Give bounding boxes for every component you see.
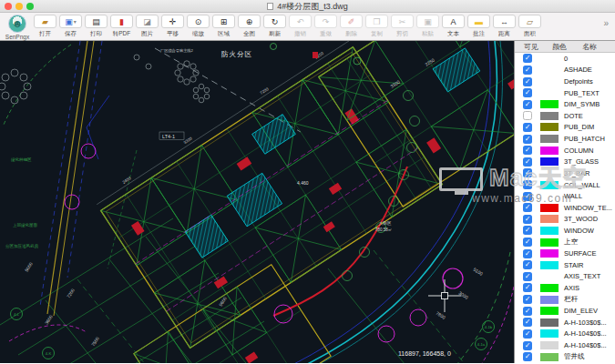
column-visible: 可见 [524, 42, 538, 52]
layer-color-swatch[interactable] [540, 215, 559, 223]
layer-color-swatch[interactable] [540, 181, 559, 189]
toolbar-overflow-chevron-icon[interactable]: » [603, 18, 609, 28]
toolbar-button-face[interactable]: ▱ [518, 15, 541, 28]
layer-visibility-checkbox[interactable]: ✓ [523, 226, 532, 235]
toolbar-button-face[interactable]: ⊙ [187, 15, 210, 28]
app-window: 4#楼分层图_t3.dwg ☻ SenPngx ▰打开▣▾保存▤打印▮转PDF◪… [0, 0, 615, 364]
copy-icon: ❐ [373, 17, 380, 26]
toolbar-button-pan[interactable]: ✛平移 [161, 15, 184, 39]
layer-visibility-checkbox[interactable]: ✓ [523, 318, 532, 327]
layer-visibility-checkbox[interactable]: ✓ [523, 157, 532, 167]
toolbar-button-printer[interactable]: ▤打印 [85, 15, 108, 39]
layer-color-swatch[interactable] [540, 329, 559, 338]
layer-color-swatch[interactable] [540, 112, 559, 120]
layer-color-swatch[interactable] [540, 192, 559, 200]
layer-color-swatch[interactable] [540, 296, 559, 304]
toolbar-button-folder[interactable]: ▰打开 [34, 15, 56, 39]
layer-row: ✓3T_WOOD [515, 214, 615, 226]
toolbar-button-face[interactable]: ▰ [34, 15, 56, 28]
layer-color-swatch[interactable] [540, 238, 559, 247]
layer-visibility-checkbox[interactable]: ✓ [523, 260, 532, 269]
toolbar-button-area[interactable]: ▱面积 [518, 15, 541, 39]
layer-color-swatch[interactable] [540, 284, 559, 292]
layer-color-swatch[interactable] [540, 100, 559, 108]
toolbar-button-ruler[interactable]: ↔距离 [493, 15, 516, 39]
layer-visibility-checkbox[interactable]: ✓ [523, 329, 532, 339]
layer-visibility-checkbox[interactable]: ✓ [523, 168, 532, 177]
toolbar-button-text[interactable]: A文本 [442, 15, 465, 39]
window-title: 4#楼分层图_t3.dwg [0, 0, 615, 13]
layer-visibility-checkbox[interactable]: ✓ [523, 146, 532, 155]
toolbar-button-face[interactable]: ▤ [85, 15, 108, 28]
user-account[interactable]: ☻ SenPngx [4, 15, 31, 40]
layer-visibility-checkbox[interactable]: ✓ [523, 88, 532, 97]
layer-color-swatch[interactable] [540, 272, 559, 280]
printer-icon: ▤ [92, 17, 100, 26]
toolbar-button-face[interactable]: A [442, 15, 465, 28]
note-icon: ▬ [475, 17, 483, 26]
toolbar-button-pdf[interactable]: ▮转PDF [110, 15, 133, 39]
toolbar-button-image[interactable]: ◪图片 [136, 15, 159, 39]
layer-color-swatch[interactable] [540, 341, 559, 349]
toolbar-button-face[interactable]: ✛ [161, 15, 184, 28]
undo-icon: ↶ [297, 17, 304, 26]
drawing-canvas[interactable]: 2400 3300 7200 2250 [0, 41, 514, 363]
toolbar-button-face[interactable]: ⊞ [212, 15, 235, 28]
toolbar-button-face[interactable]: ▬ [467, 15, 490, 28]
layer-visibility-checkbox[interactable]: ✓ [523, 54, 532, 63]
layer-color-swatch[interactable] [540, 307, 559, 315]
toolbar-button-face[interactable]: ↔ [493, 15, 516, 28]
layer-color-swatch[interactable] [540, 89, 559, 97]
layer-color-swatch[interactable] [540, 227, 559, 235]
layer-color-swatch[interactable] [540, 318, 559, 327]
layer-visibility-checkbox[interactable]: ✓ [523, 283, 532, 292]
layer-visibility-checkbox[interactable]: ✓ [523, 307, 532, 316]
layer-row: ✓Defpoints [515, 76, 615, 87]
layer-visibility-checkbox[interactable]: ✓ [523, 100, 532, 109]
toolbar-button-note[interactable]: ▬批注 [467, 15, 490, 39]
layer-visibility-checkbox[interactable]: ✓ [523, 238, 532, 247]
layer-name: STAIR [564, 261, 584, 269]
layer-visibility-checkbox[interactable]: ✓ [523, 180, 532, 189]
layer-color-swatch[interactable] [540, 204, 559, 212]
toolbar-button-save[interactable]: ▣▾保存 [59, 15, 82, 39]
layer-visibility-checkbox[interactable]: ✓ [523, 123, 532, 132]
toolbar-button-magnifier[interactable]: ⊙缩放 [187, 15, 210, 39]
layer-visibility-checkbox[interactable]: ✓ [523, 77, 532, 86]
layer-visibility-checkbox[interactable]: ✓ [523, 192, 532, 201]
toolbar-button-label: 区域 [213, 30, 234, 38]
layer-visibility-checkbox[interactable]: ✓ [523, 203, 532, 212]
toolbar-button-clipboard: ▣粘贴 [416, 15, 439, 39]
layer-color-swatch[interactable] [540, 249, 559, 258]
layer-color-swatch[interactable] [540, 169, 559, 177]
cursor-coordinates: 116897, 166458, 0 [398, 350, 451, 357]
layer-visibility-checkbox[interactable]: ✓ [523, 341, 532, 350]
layer-visibility-checkbox[interactable]: ✓ [523, 135, 532, 144]
layer-color-swatch[interactable] [540, 135, 559, 143]
toolbar-button-face[interactable]: ↻ [263, 15, 286, 28]
toolbar-button-region[interactable]: ⊞区域 [212, 15, 235, 39]
layer-visibility-checkbox[interactable]: ✓ [523, 352, 532, 361]
toolbar-button-face[interactable]: ▣▾ [59, 15, 82, 28]
layer-color-swatch[interactable] [540, 66, 559, 74]
toolbar-button-face[interactable]: ◪ [136, 15, 159, 28]
layer-color-swatch[interactable] [540, 123, 559, 131]
layer-visibility-checkbox[interactable]: ✓ [523, 295, 532, 304]
toolbar-button-fit[interactable]: ⊕全图 [238, 15, 261, 39]
toolbar-button-refresh[interactable]: ↻刷新 [263, 15, 286, 39]
layer-color-swatch[interactable] [540, 147, 559, 155]
layer-visibility-checkbox[interactable] [523, 111, 532, 120]
layer-color-swatch[interactable] [540, 157, 559, 166]
layer-visibility-checkbox[interactable]: ✓ [523, 249, 532, 258]
layer-name: AXIS_TEXT [564, 272, 600, 280]
toolbar-button-face[interactable]: ⊕ [238, 15, 261, 28]
layer-color-swatch[interactable] [540, 353, 559, 361]
layer-color-swatch[interactable] [540, 261, 559, 269]
toolbar-button-face[interactable]: ▮ [110, 15, 133, 28]
layer-visibility-checkbox[interactable]: ✓ [523, 66, 532, 75]
layer-color-swatch[interactable] [540, 55, 559, 63]
layer-visibility-checkbox[interactable]: ✓ [523, 215, 532, 224]
layer-name: 上空 [564, 238, 578, 247]
layer-color-swatch[interactable] [540, 77, 559, 86]
layer-visibility-checkbox[interactable]: ✓ [523, 272, 532, 281]
